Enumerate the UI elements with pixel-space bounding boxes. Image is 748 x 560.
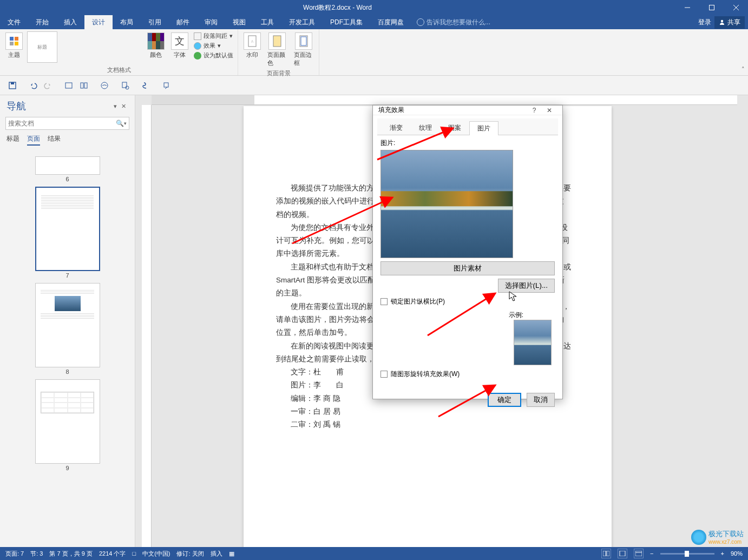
qat-btn-3[interactable] [100,81,109,90]
zoom-out-button[interactable]: − [650,550,653,557]
vertical-ruler[interactable] [142,105,152,547]
svg-text:A: A [251,39,254,43]
themes-button[interactable]: 主题 [3,31,25,60]
zoom-level[interactable]: 90% [731,550,743,557]
tab-insert[interactable]: 插入 [56,15,84,29]
tab-review[interactable]: 审阅 [197,15,225,29]
view-read-button[interactable] [601,549,611,558]
view-web-button[interactable] [634,549,644,558]
tab-layout[interactable]: 布局 [113,15,141,29]
thumb-7[interactable] [35,187,100,271]
undo-button[interactable] [28,81,38,90]
page-border-button[interactable]: 页面边框 [292,31,316,68]
dialog-title: 填充效果 [378,106,527,115]
search-icon[interactable]: 🔍 [116,120,124,127]
collapse-ribbon-button[interactable]: ˄ [742,66,745,73]
view-print-button[interactable] [618,549,627,558]
svg-rect-29 [620,551,625,556]
page-border-icon [295,32,312,50]
qat-btn-5[interactable] [141,81,150,90]
svg-rect-7 [10,42,14,45]
status-macro[interactable]: ▦ [229,550,234,557]
save-button[interactable] [8,81,17,90]
dialog-tab-pattern[interactable]: 图案 [440,121,469,135]
fonts-icon: 文 [171,32,188,50]
status-bar: 页面: 7 节: 3 第 7 页，共 9 页 2214 个字 □ 中文(中国) … [0,547,748,560]
group-doc-format-label: 文档格式 [3,65,234,75]
nav-tab-headings[interactable]: 标题 [6,134,19,146]
meta-row: 二审：刘 禹 锡 [276,418,571,431]
logo-icon [691,530,706,545]
qat-btn-1[interactable] [64,81,74,90]
search-input[interactable] [8,120,116,127]
dialog-tab-texture[interactable]: 纹理 [411,121,440,135]
picture-material-button[interactable]: 图片素材 [380,261,555,275]
status-page[interactable]: 页面: 7 [5,550,24,558]
nav-tab-pages[interactable]: 页面 [27,134,40,146]
ok-button[interactable]: 确定 [488,393,521,407]
status-words[interactable]: 2214 个字 [99,550,126,558]
dialog-close-button[interactable]: ✕ [542,107,557,114]
maximize-button[interactable] [699,0,724,15]
fonts-button[interactable]: 文 字体 [169,31,191,60]
login-link[interactable]: 登录 [698,18,711,27]
nav-search[interactable]: 🔍▾ [5,117,129,130]
effects-button[interactable]: 效果▾ [193,41,234,50]
tab-view[interactable]: 视图 [225,15,253,29]
tab-design[interactable]: 设计 [84,15,113,29]
dialog-tab-gradient[interactable]: 渐变 [382,121,411,135]
nav-tab-results[interactable]: 结果 [48,134,61,146]
svg-rect-28 [607,551,609,556]
svg-rect-17 [81,83,83,88]
qat-btn-2[interactable] [79,81,89,90]
page-thumbnails[interactable]: 6 7 8 9 [0,150,135,547]
rotate-fill-checkbox[interactable]: 随图形旋转填充效果(W) [380,370,555,379]
tab-file[interactable]: 文件 [0,15,28,29]
tab-mail[interactable]: 邮件 [169,15,197,29]
redo-button[interactable] [43,81,53,90]
status-page-of[interactable]: 第 7 页，共 9 页 [49,550,92,558]
thumb-6[interactable] [35,156,100,175]
zoom-slider[interactable] [660,553,714,555]
lock-aspect-checkbox[interactable]: 锁定图片纵横比(P) [380,297,555,306]
spacing-icon [194,32,201,40]
close-button[interactable] [724,0,748,15]
horizontal-ruler[interactable] [152,95,737,105]
tell-me[interactable]: 告诉我您想要做什么... [411,15,496,29]
status-section[interactable]: 节: 3 [30,550,43,558]
tab-references[interactable]: 引用 [141,15,169,29]
cancel-button[interactable]: 取消 [527,393,555,407]
svg-rect-16 [65,83,72,88]
tab-home[interactable]: 开始 [28,15,56,29]
qat-btn-4[interactable] [120,81,130,90]
svg-point-4 [721,20,723,22]
page-color-button[interactable]: 页面颜色 [265,31,290,68]
watermark-button[interactable]: A 水印 [241,31,263,60]
status-lang-icon[interactable]: □ [132,550,136,557]
theme-gallery[interactable]: 标题 [27,31,57,63]
thumb-8[interactable] [35,283,100,367]
set-default-button[interactable]: 设为默认值 [193,51,234,60]
tab-baidu[interactable]: 百度网盘 [370,15,411,29]
nav-dropdown[interactable]: ▾ [111,103,119,110]
select-picture-button[interactable]: 选择图片(L)... [498,279,555,293]
tab-developer[interactable]: 开发工具 [281,15,323,29]
status-lang[interactable]: 中文(中国) [142,550,170,558]
status-track[interactable]: 修订: 关闭 [176,550,204,558]
colors-icon [147,32,165,50]
checkbox-icon [380,298,388,305]
thumb-9[interactable] [35,379,100,464]
status-insert[interactable]: 插入 [211,550,222,558]
nav-close-button[interactable]: ✕ [119,103,128,110]
minimize-button[interactable] [675,0,699,15]
tab-pdf[interactable]: PDF工具集 [323,15,370,29]
zoom-in-button[interactable]: + [721,550,724,557]
dialog-tab-picture[interactable]: 图片 [469,121,498,135]
qat-btn-6[interactable] [161,81,171,90]
share-button[interactable]: 共享 [714,16,745,29]
paragraph-spacing-button[interactable]: 段落间距▾ [193,31,234,41]
svg-point-19 [101,82,108,89]
tab-tools[interactable]: 工具 [253,15,281,29]
colors-button[interactable]: 颜色 [145,31,167,60]
dialog-help-button[interactable]: ? [527,107,542,114]
